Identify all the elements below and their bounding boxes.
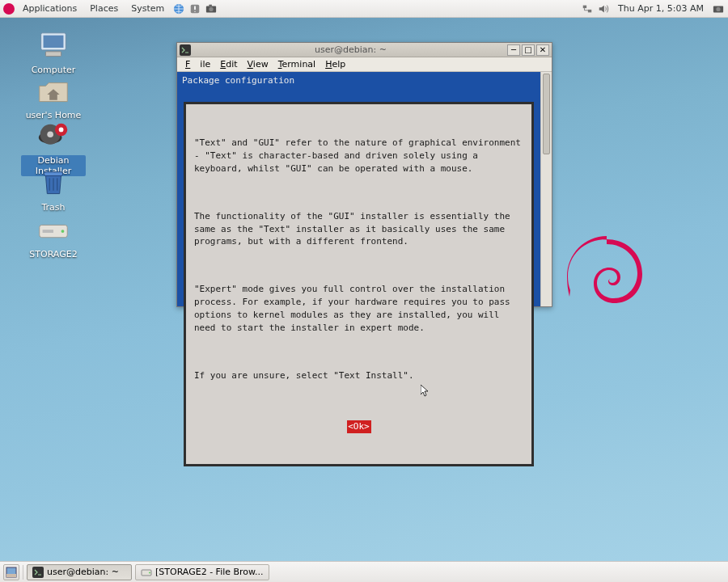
terminal-menubar: File Edit View Terminal Help (177, 57, 552, 72)
svg-point-19 (61, 230, 65, 233)
dialog-para-2: The functionality of the "GUI" installer… (194, 210, 523, 249)
svg-rect-21 (180, 44, 191, 56)
terminal-icon (32, 567, 44, 578)
trash-icon (35, 167, 72, 199)
menu-edit[interactable]: Edit (215, 59, 242, 70)
screenshot-icon[interactable] (712, 2, 725, 15)
terminal-icon (180, 44, 191, 56)
network-icon[interactable] (581, 2, 594, 15)
dialog-para-1: "Text" and "GUI" refer to the nature of … (194, 137, 523, 175)
svg-rect-23 (6, 574, 16, 577)
web-browser-icon[interactable] (172, 2, 185, 15)
svg-rect-24 (32, 567, 44, 578)
svg-point-26 (149, 571, 150, 573)
svg-rect-20 (43, 230, 53, 233)
show-desktop-button[interactable] (3, 564, 19, 580)
dialog-frame: "Text" and "GUI" refer to the nature of … (184, 102, 534, 466)
drive-icon (35, 213, 72, 246)
camera-icon[interactable] (205, 2, 218, 15)
desktop-icon-computer[interactable]: Computer (21, 29, 86, 75)
svg-rect-17 (44, 172, 63, 176)
bottom-panel: user@debian: ~ [STORAGE2 - File Brow... (0, 561, 728, 582)
terminal-scrollbar[interactable] (540, 72, 552, 306)
clock[interactable]: Thu Apr 1, 5:03 AM (613, 3, 709, 14)
ok-button[interactable]: <Ok> (347, 420, 371, 433)
terminal-body: Package configuration "Text" and "GUI" r… (177, 72, 552, 306)
menu-terminal[interactable]: Terminal (273, 59, 321, 70)
menu-applications[interactable]: Applications (18, 3, 82, 14)
menu-help[interactable]: Help (320, 59, 350, 70)
svg-rect-4 (210, 4, 213, 6)
computer-icon (35, 29, 72, 61)
desktop-icon-storage[interactable]: STORAGE2 (21, 213, 86, 259)
cursor-icon (421, 385, 430, 400)
svg-point-8 (716, 6, 720, 11)
dialog-content: "Text" and "GUI" refer to the nature of … (185, 103, 532, 465)
desktop-label: Trash (21, 202, 86, 213)
minimize-button[interactable]: ─ (507, 44, 520, 56)
home-folder-icon (35, 74, 72, 107)
menu-places[interactable]: Places (85, 3, 123, 14)
svg-point-14 (47, 131, 53, 137)
svg-rect-11 (45, 52, 61, 57)
menu-file[interactable]: File (180, 59, 215, 70)
task-label: user@debian: ~ (47, 567, 119, 577)
package-config-label: Package configuration (179, 74, 539, 87)
desktop[interactable]: Computer user's Home Debian Installer Tr… (0, 18, 728, 561)
menu-view[interactable]: View (243, 59, 273, 70)
updater-icon[interactable] (188, 2, 201, 15)
installer-icon (35, 120, 72, 152)
window-title: user@debian: ~ (194, 44, 507, 55)
terminal-window: user@debian: ~ ─ □ ✕ File Edit View Term… (176, 42, 552, 307)
drive-icon (141, 567, 152, 578)
dialog-para-4: If you are unsure, select "Text Install"… (194, 369, 523, 382)
svg-point-16 (59, 127, 64, 132)
scrollbar-thumb[interactable] (543, 74, 550, 154)
top-panel: Applications Places System Thu Apr 1, 5:… (0, 0, 728, 18)
desktop-label: STORAGE2 (21, 249, 86, 259)
debian-swirl-icon (566, 236, 647, 335)
task-files[interactable]: [STORAGE2 - File Brow... (135, 564, 269, 580)
dialog-para-3: "Expert" mode gives you full control ove… (194, 283, 523, 335)
svg-rect-10 (44, 36, 64, 48)
window-titlebar[interactable]: user@debian: ~ ─ □ ✕ (177, 43, 552, 57)
svg-rect-5 (583, 5, 586, 8)
debian-logo-icon (3, 3, 15, 15)
task-terminal[interactable]: user@debian: ~ (27, 564, 132, 580)
task-label: [STORAGE2 - File Brow... (155, 567, 264, 577)
panel-separator (23, 565, 23, 580)
desktop-icon-trash[interactable]: Trash (21, 167, 86, 213)
volume-icon[interactable] (597, 2, 610, 15)
menu-system[interactable]: System (126, 3, 169, 14)
svg-point-3 (210, 6, 214, 11)
maximize-button[interactable]: □ (522, 44, 535, 56)
close-button[interactable]: ✕ (536, 44, 549, 56)
desktop-icon-home[interactable]: user's Home (21, 74, 86, 120)
